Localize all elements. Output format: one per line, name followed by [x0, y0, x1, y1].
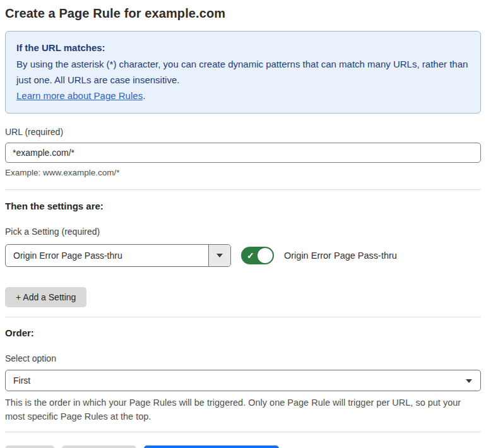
setting-row: Origin Error Page Pass-thru ✓ Origin Err… [5, 244, 481, 267]
link-period: . [143, 90, 145, 101]
dropdown-arrow-icon [216, 254, 223, 257]
order-select-value: First [13, 375, 30, 386]
url-section: URL (required) Example: www.example.com/… [5, 127, 481, 177]
info-box-body: By using the asterisk (*) character, you… [16, 56, 470, 88]
setting-picker-label: Pick a Setting (required) [5, 227, 481, 237]
settings-heading: Then the settings are: [5, 201, 481, 211]
setting-toggle[interactable]: ✓ [241, 247, 274, 264]
order-heading: Order: [5, 327, 481, 338]
settings-section: Then the settings are: Pick a Setting (r… [5, 190, 481, 317]
save-as-draft-button[interactable]: Save as Draft [62, 445, 137, 448]
checkmark-icon: ✓ [247, 251, 254, 260]
chevron-down-icon [466, 379, 472, 383]
order-helper-text: This is the order in which your Page Rul… [5, 396, 481, 423]
order-section: Order: Select option First This is the o… [5, 317, 481, 423]
info-box-link-line: Learn more about Page Rules. [16, 88, 470, 103]
save-and-deploy-button[interactable]: Save and Deploy Page Rule [144, 445, 279, 448]
info-box-heading: If the URL matches: [16, 40, 470, 56]
url-field-label: URL (required) [5, 127, 481, 137]
order-select-label: Select option [5, 353, 481, 363]
create-page-rule-form: Create a Page Rule for example.com If th… [0, 0, 486, 448]
divider [5, 432, 481, 432]
toggle-knob [258, 248, 273, 263]
cancel-button[interactable]: Cancel [5, 445, 54, 448]
add-setting-button[interactable]: + Add a Setting [5, 287, 86, 307]
form-actions: Cancel Save as Draft Save and Deploy Pag… [5, 445, 481, 448]
page-title: Create a Page Rule for example.com [5, 6, 481, 21]
dropdown-arrow-button[interactable] [208, 245, 230, 266]
url-match-info-box: If the URL matches: By using the asteris… [5, 31, 481, 114]
setting-picker-value: Origin Error Page Pass-thru [6, 245, 208, 266]
learn-more-link[interactable]: Learn more about Page Rules [16, 90, 143, 101]
setting-toggle-label: Origin Error Page Pass-thru [284, 251, 397, 261]
setting-picker-dropdown[interactable]: Origin Error Page Pass-thru [5, 244, 231, 267]
order-select[interactable]: First [5, 370, 481, 391]
url-input[interactable] [5, 143, 481, 163]
url-helper-text: Example: www.example.com/* [5, 168, 481, 177]
